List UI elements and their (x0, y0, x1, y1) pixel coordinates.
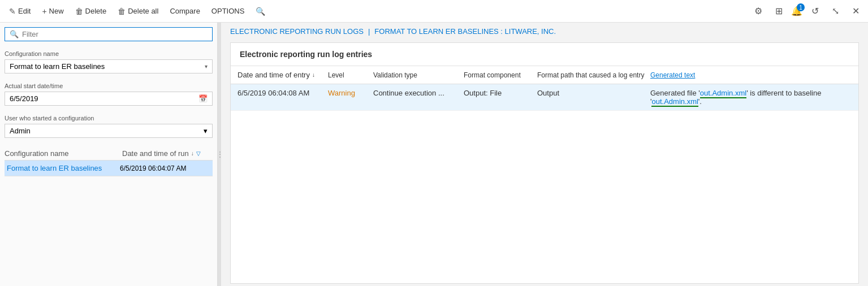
user-chevron-icon: ▾ (204, 127, 208, 135)
date-field[interactable]: 📅 (5, 92, 213, 106)
filter-input[interactable] (22, 30, 208, 38)
table-row[interactable]: Format to learn ER baselines 6/5/2019 06… (5, 161, 213, 176)
th-format-component: Format component (464, 71, 537, 79)
compare-button[interactable]: Compare (165, 5, 204, 18)
th-sort-icon[interactable]: ↓ (312, 72, 315, 78)
edit-button[interactable]: ✎ Edit (5, 5, 35, 18)
delete-button[interactable]: 🗑 Delete (71, 5, 111, 18)
new-button[interactable]: + New (37, 5, 68, 18)
delete-icon: 🗑 (75, 7, 83, 16)
date-input[interactable] (10, 94, 198, 103)
main-area: 🔍 Configuration name Format to learn ER … (0, 23, 868, 286)
log-table: Date and time of entry ↓ Level Validatio… (231, 66, 858, 283)
chevron-down-icon: ▾ (205, 63, 208, 70)
left-table: Configuration name Date and time of run … (5, 147, 213, 176)
actual-date-label: Actual start date/time (5, 83, 213, 89)
config-name-label: Configuration name (5, 50, 213, 57)
edit-icon: ✎ (9, 7, 16, 16)
filter-search-icon: 🔍 (10, 30, 19, 38)
gen-text-link2[interactable]: out.Admin.xml (651, 97, 698, 107)
toolbar-right: ⚙ ⊞ 🔔 1 ↺ ⤡ ✕ (750, 3, 863, 19)
close-icon[interactable]: ✕ (848, 3, 863, 19)
col-date-run-header: Date and time of run ↓ ▽ (122, 149, 213, 158)
search-icon: 🔍 (256, 7, 265, 16)
row-date-time: 6/5/2019 06:04:08 AM (237, 89, 328, 97)
breadcrumb-part2[interactable]: FORMAT TO LEARN ER BASELINES : LITWARE, … (374, 27, 556, 36)
calendar-icon[interactable]: 📅 (198, 94, 208, 103)
gen-text-post: '. (698, 97, 702, 106)
breadcrumb-part1[interactable]: ELECTRONIC REPORTING RUN LOGS (230, 27, 364, 36)
row-validation-type: Continue execution ... (373, 89, 464, 97)
th-date-time: Date and time of entry ↓ (237, 71, 328, 79)
sort-icon[interactable]: ↓ (191, 150, 194, 157)
row-date-run: 6/5/2019 06:04:07 AM (120, 164, 210, 172)
add-icon: + (42, 7, 46, 16)
row-format-path: Output (537, 89, 650, 97)
row-level: Warning (328, 89, 373, 97)
notification-bell[interactable]: 🔔 1 (791, 6, 802, 16)
breadcrumb-separator: | (368, 27, 370, 36)
th-format-path: Format path that caused a log entry (537, 71, 650, 79)
user-dropdown[interactable]: Admin ▾ (5, 124, 213, 138)
log-card-title: Electronic reporting run log entries (231, 43, 858, 66)
log-table-header: Date and time of entry ↓ Level Validatio… (231, 66, 858, 84)
th-generated-text: Generated text (650, 71, 852, 79)
column-filter-icon[interactable]: ▽ (196, 150, 201, 157)
delete-all-icon: 🗑 (118, 7, 126, 16)
filter-box[interactable]: 🔍 (5, 27, 213, 41)
left-panel: 🔍 Configuration name Format to learn ER … (0, 23, 218, 286)
log-card: Electronic reporting run log entries Dat… (230, 42, 859, 284)
row-format-component: Output: File (464, 89, 537, 97)
config-name-dropdown[interactable]: Format to learn ER baselines ▾ (5, 59, 213, 73)
gen-text-link1[interactable]: out.Admin.xml (700, 89, 746, 98)
right-panel: ELECTRONIC REPORTING RUN LOGS | FORMAT T… (221, 23, 868, 286)
log-table-row[interactable]: 6/5/2019 06:04:08 AM Warning Continue ex… (231, 84, 858, 111)
gen-text-pre: Generated file ' (650, 89, 700, 97)
toolbar: ✎ Edit + New 🗑 Delete 🗑 Delete all Compa… (0, 0, 868, 23)
user-label: User who started a configuration (5, 115, 213, 122)
col-config-name-header: Configuration name (5, 149, 122, 158)
settings-icon[interactable]: ⚙ (750, 3, 766, 19)
row-generated-text: Generated file 'out.Admin.xml' is differ… (650, 89, 852, 106)
left-table-header: Configuration name Date and time of run … (5, 147, 213, 161)
th-validation-type: Validation type (373, 71, 464, 79)
fullscreen-icon[interactable]: ⤡ (827, 3, 843, 19)
refresh-icon[interactable]: ↺ (807, 3, 823, 19)
th-level: Level (328, 71, 373, 79)
office-icon[interactable]: ⊞ (771, 3, 787, 19)
options-button[interactable]: OPTIONS (207, 5, 249, 18)
search-button[interactable]: 🔍 (251, 5, 270, 18)
delete-all-button[interactable]: 🗑 Delete all (113, 5, 163, 18)
breadcrumb: ELECTRONIC REPORTING RUN LOGS | FORMAT T… (221, 23, 868, 40)
row-config-name: Format to learn ER baselines (7, 164, 120, 172)
